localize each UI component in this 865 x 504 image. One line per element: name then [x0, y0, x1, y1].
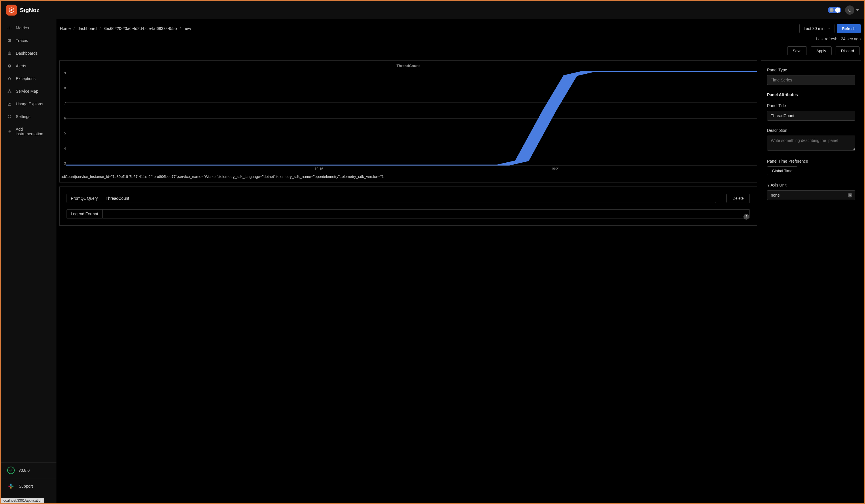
- slack-icon: [7, 482, 15, 490]
- panel-title-input[interactable]: [767, 111, 855, 121]
- panel-type-label: Panel Type: [767, 68, 855, 72]
- y-axis-unit-label: Y Axis Unit: [767, 183, 855, 187]
- globe-icon: [7, 51, 12, 56]
- main-content: Home / dashboard / 35c60220-23a6-4d2d-bc…: [56, 19, 864, 503]
- promql-label: PromQL Query: [67, 194, 102, 203]
- breadcrumb-row: Home / dashboard / 35c60220-23a6-4d2d-bc…: [59, 22, 861, 35]
- sidebar-item-label: Settings: [16, 114, 31, 119]
- sidebar-version[interactable]: v0.8.0: [1, 462, 56, 478]
- discard-button[interactable]: Discard: [835, 46, 860, 55]
- sidebar-item-label: Service Map: [16, 89, 38, 94]
- svg-rect-9: [11, 485, 13, 487]
- link-icon: [7, 129, 12, 134]
- svg-point-4: [9, 90, 10, 91]
- sidebar: Metrics Traces Dashboards Alerts: [1, 19, 56, 503]
- sidebar-item-traces[interactable]: Traces: [1, 34, 56, 47]
- panel-attributes-heading: Panel Attributes: [767, 92, 855, 97]
- description-label: Description: [767, 128, 855, 133]
- breadcrumb: Home / dashboard / 35c60220-23a6-4d2d-bc…: [60, 26, 191, 31]
- chevron-down-icon: [827, 27, 830, 30]
- sidebar-item-add-instrumentation[interactable]: Add instrumentation: [1, 123, 56, 140]
- sidebar-support[interactable]: Support: [1, 478, 56, 494]
- line-chart-icon: [7, 102, 12, 106]
- chart-body: 9 8 7 6 5 4 3: [60, 71, 757, 166]
- check-circle-icon: [7, 467, 15, 474]
- breadcrumb-dashboard[interactable]: dashboard: [78, 26, 96, 31]
- y-axis: 9 8 7 6 5 4 3: [60, 71, 66, 166]
- list-icon: [7, 38, 12, 43]
- sidebar-item-usage-explorer[interactable]: Usage Explorer: [1, 97, 56, 110]
- bug-icon: [7, 76, 12, 81]
- svg-rect-8: [10, 483, 12, 486]
- y-axis-unit-input[interactable]: [767, 190, 855, 200]
- status-bar-url: localhost:3301/application: [1, 498, 44, 503]
- apply-button[interactable]: Apply: [811, 46, 831, 55]
- panel-title-label: Panel Title: [767, 103, 855, 108]
- version-label: v0.8.0: [19, 468, 30, 473]
- panel-settings: Panel Type Panel Attributes Panel Title …: [761, 60, 861, 500]
- sidebar-item-metrics[interactable]: Metrics: [1, 22, 56, 34]
- time-range-label: Last 30 min: [804, 26, 824, 31]
- avatar[interactable]: C: [845, 5, 854, 15]
- bell-icon: [7, 63, 12, 68]
- sidebar-item-label: Exceptions: [16, 76, 35, 81]
- sidebar-item-label: Usage Explorer: [16, 102, 44, 106]
- svg-point-7: [9, 116, 10, 117]
- network-icon: [7, 89, 12, 94]
- svg-rect-11: [8, 485, 11, 487]
- svg-point-3: [9, 78, 11, 80]
- sidebar-item-label: Alerts: [16, 63, 26, 68]
- last-refresh-text: Last refresh - 24 sec ago: [59, 35, 861, 43]
- chart-panel: ThreadCount 9 8 7 6 5 4 3: [59, 60, 757, 183]
- sidebar-item-alerts[interactable]: Alerts: [1, 60, 56, 72]
- legend-format-input[interactable]: [103, 209, 750, 219]
- sidebar-item-label: Dashboards: [16, 51, 38, 56]
- brand-logo-icon: [6, 4, 17, 15]
- sidebar-item-label: Metrics: [16, 26, 29, 30]
- chart-line: [66, 71, 757, 165]
- time-range-dropdown[interactable]: Last 30 min: [799, 24, 834, 33]
- help-icon[interactable]: ?: [743, 214, 749, 220]
- user-menu-caret-icon[interactable]: [856, 9, 859, 11]
- theme-toggle[interactable]: [828, 7, 841, 13]
- query-panel: PromQL Query Delete Legend Format ?: [59, 187, 757, 226]
- panel-type-value: [767, 75, 855, 85]
- x-axis: 19:16 19:21: [60, 166, 757, 171]
- breadcrumb-id[interactable]: 35c60220-23a6-4d2d-bcfe-faf68334455b: [103, 26, 177, 31]
- svg-rect-10: [10, 487, 12, 489]
- breadcrumb-current: new: [184, 26, 191, 31]
- sidebar-item-service-map[interactable]: Service Map: [1, 85, 56, 97]
- svg-point-5: [8, 92, 9, 93]
- chart-plot[interactable]: [66, 71, 757, 166]
- panel-time-pref-label: Panel Time Preference: [767, 159, 855, 164]
- description-input[interactable]: [767, 136, 855, 151]
- bar-chart-icon: [7, 26, 12, 30]
- chart-title: ThreadCount: [60, 61, 757, 71]
- topbar: SigNoz C: [1, 1, 864, 19]
- promql-input[interactable]: [102, 194, 716, 203]
- support-label: Support: [19, 484, 33, 489]
- refresh-button[interactable]: Refresh: [837, 24, 861, 33]
- sidebar-item-exceptions[interactable]: Exceptions: [1, 72, 56, 85]
- gear-icon: [7, 114, 12, 119]
- sidebar-item-label: Traces: [16, 38, 28, 43]
- brand-name: SigNoz: [20, 7, 39, 13]
- sidebar-item-label: Add instrumentation: [15, 127, 50, 136]
- global-time-button[interactable]: Global Time: [767, 166, 797, 175]
- save-button[interactable]: Save: [787, 46, 807, 55]
- brand: SigNoz: [6, 4, 39, 15]
- chart-legend: adCount{service_instance_id="1c89bf19-7b…: [60, 171, 757, 180]
- sidebar-item-dashboards[interactable]: Dashboards: [1, 47, 56, 60]
- breadcrumb-home[interactable]: Home: [60, 26, 71, 31]
- legend-format-label: Legend Format: [67, 209, 103, 219]
- panel-action-row: Save Apply Discard: [59, 43, 861, 60]
- delete-query-button[interactable]: Delete: [726, 194, 750, 203]
- svg-point-6: [10, 92, 12, 93]
- clear-icon[interactable]: ✕: [848, 193, 852, 198]
- sidebar-item-settings[interactable]: Settings: [1, 110, 56, 123]
